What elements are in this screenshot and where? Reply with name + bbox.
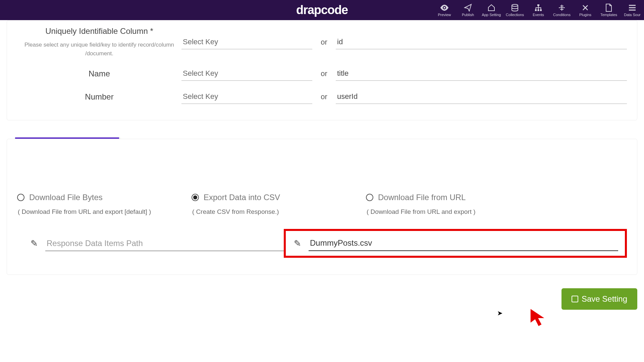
nav-data-source[interactable]: Data Sour (621, 0, 644, 20)
svg-rect-4 (538, 9, 539, 11)
tools-icon (581, 3, 589, 12)
save-label: Save Setting (582, 294, 627, 304)
value-col (336, 66, 627, 81)
nav-conditions[interactable]: Conditions (550, 0, 574, 20)
mapping-label: Number (17, 92, 181, 102)
nav-label: Collections (506, 13, 524, 17)
nav-templates[interactable]: Templates (597, 0, 621, 20)
sitemap-icon (534, 3, 542, 12)
pencil-icon: ✎ (31, 238, 38, 249)
label-hint: Please select any unique field/key to id… (17, 41, 181, 58)
radio-row: Download File Bytes ( Download File from… (17, 139, 627, 216)
nav-label: App Setting (482, 13, 501, 17)
radio-col: Download File Bytes ( Download File from… (17, 193, 192, 216)
select-key-dropdown[interactable]: Select Key (181, 35, 312, 49)
filename-input-group-highlight: ✎ (284, 229, 627, 258)
or-text: or (312, 38, 336, 47)
value-col (336, 89, 627, 104)
nav-preview[interactable]: Preview (433, 0, 456, 20)
svg-rect-3 (535, 9, 537, 11)
filter-icon (558, 3, 566, 12)
nav-plugins[interactable]: Plugins (574, 0, 597, 20)
filename-input[interactable] (309, 236, 618, 251)
nav-events[interactable]: Events (527, 0, 550, 20)
mapping-label: Uniquely Identifiable Column * Please se… (17, 26, 181, 58)
save-icon (572, 296, 578, 302)
svg-rect-2 (537, 4, 539, 6)
select-key-dropdown[interactable]: Select Key (181, 89, 312, 104)
radio-download-url[interactable] (366, 194, 373, 201)
key-select-col: Select Key (181, 35, 312, 49)
nav-label: Data Sour (624, 13, 641, 17)
nav-label: Plugins (579, 13, 591, 17)
nav-label: Events (533, 13, 544, 17)
or-text: or (312, 93, 336, 101)
mapping-row: Number Select Key or (17, 83, 627, 107)
path-input-group: ✎ (17, 229, 284, 258)
eye-icon (440, 3, 449, 12)
key-select-col: Select Key (181, 89, 312, 104)
value-col (336, 35, 627, 49)
radio-sub: ( Download File from URL and export ) (367, 208, 540, 216)
radio-download-bytes[interactable] (17, 194, 24, 201)
response-path-input[interactable] (45, 236, 284, 251)
top-nav: drapcode Preview Publish App Setting Col… (0, 0, 644, 20)
radio-sub: ( Download File from URL and export [def… (18, 208, 192, 216)
value-input-id[interactable] (336, 35, 627, 49)
svg-point-0 (444, 7, 445, 9)
home-icon (487, 3, 495, 12)
radio-label: Download File Bytes (29, 193, 103, 202)
page-body: Uniquely Identifiable Column * Please se… (0, 20, 644, 323)
brand-logo: drapcode (296, 3, 348, 17)
radio-col: Export Data into CSV ( Create CSV from R… (192, 193, 366, 216)
export-card: Download File Bytes ( Download File from… (7, 139, 637, 275)
value-input-userid[interactable] (336, 89, 627, 104)
save-setting-button[interactable]: Save Setting (561, 288, 637, 310)
nav-label: Preview (438, 13, 451, 17)
radio-label: Download File from URL (378, 193, 466, 202)
mapping-row: Name Select Key or (17, 60, 627, 83)
svg-marker-6 (531, 309, 544, 326)
radio-label: Export Data into CSV (204, 193, 280, 202)
nav-label: Templates (600, 13, 617, 17)
mapping-label: Name (17, 69, 181, 78)
nav-label: Publish (462, 13, 474, 17)
value-input-title[interactable] (336, 66, 627, 81)
paper-plane-icon (464, 3, 472, 12)
radio-col: Download File from URL ( Download File f… (366, 193, 540, 216)
svg-point-1 (512, 4, 518, 6)
pencil-icon: ✎ (294, 238, 301, 249)
nav-publish[interactable]: Publish (456, 0, 480, 20)
svg-rect-5 (540, 9, 542, 11)
or-text: or (312, 69, 336, 78)
radio-export-csv[interactable] (192, 194, 199, 201)
menu-icon (628, 3, 636, 12)
nav-collections[interactable]: Collections (503, 0, 527, 20)
mapping-row: Uniquely Identifiable Column * Please se… (17, 20, 627, 60)
select-key-dropdown[interactable]: Select Key (181, 66, 312, 81)
mapping-card: Uniquely Identifiable Column * Please se… (7, 20, 637, 120)
inputs-row: ✎ ✎ (17, 229, 627, 258)
nav-app-setting[interactable]: App Setting (480, 0, 503, 20)
nav-icons: Preview Publish App Setting Collections … (433, 0, 644, 20)
radio-sub: ( Create CSV from Response.) (192, 208, 366, 216)
mouse-cursor-icon: ➤ (497, 309, 503, 317)
export-section: Export Response To A File Download File … (7, 139, 637, 275)
nav-label: Conditions (553, 13, 571, 17)
database-icon (511, 3, 519, 12)
key-select-col: Select Key (181, 66, 312, 81)
label-text: Uniquely Identifiable Column * (45, 26, 153, 36)
save-wrap: Save Setting ➤ (7, 288, 637, 310)
file-icon (605, 3, 612, 12)
